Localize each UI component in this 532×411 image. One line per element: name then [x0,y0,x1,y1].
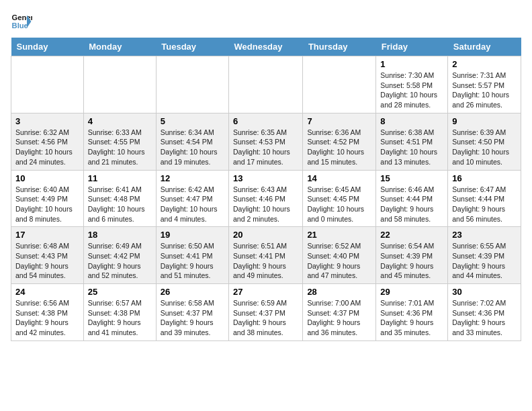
day-number: 26 [161,287,224,297]
day-number: 18 [88,230,152,240]
weekday-header-wednesday: Wednesday [229,38,303,56]
weekday-header-monday: Monday [83,38,156,56]
weekday-header-saturday: Saturday [448,38,521,56]
day-info: Sunrise: 6:52 AM Sunset: 4:40 PM Dayligh… [307,241,371,281]
day-number: 25 [88,287,152,297]
day-info: Sunrise: 6:49 AM Sunset: 4:42 PM Dayligh… [88,241,152,281]
day-info: Sunrise: 6:58 AM Sunset: 4:37 PM Dayligh… [161,298,224,338]
weekday-header-tuesday: Tuesday [156,38,228,56]
calendar-week-1: 1Sunrise: 7:30 AM Sunset: 5:58 PM Daylig… [11,56,521,113]
day-number: 24 [15,287,79,297]
calendar-cell: 16Sunrise: 6:47 AM Sunset: 4:44 PM Dayli… [448,170,521,227]
calendar-cell: 29Sunrise: 7:01 AM Sunset: 4:36 PM Dayli… [376,284,448,341]
day-number: 8 [380,116,443,126]
day-info: Sunrise: 6:48 AM Sunset: 4:43 PM Dayligh… [15,241,79,281]
day-number: 7 [307,116,371,126]
calendar-cell: 21Sunrise: 6:52 AM Sunset: 4:40 PM Dayli… [303,227,376,284]
day-number: 15 [380,173,443,183]
day-info: Sunrise: 6:50 AM Sunset: 4:41 PM Dayligh… [161,241,224,281]
page-header: General Blue [11,11,521,32]
day-info: Sunrise: 7:31 AM Sunset: 5:57 PM Dayligh… [452,71,517,110]
calendar-cell: 19Sunrise: 6:50 AM Sunset: 4:41 PM Dayli… [156,227,228,284]
day-number: 3 [15,116,79,126]
calendar-week-2: 3Sunrise: 6:32 AM Sunset: 4:56 PM Daylig… [11,113,521,170]
calendar-cell: 18Sunrise: 6:49 AM Sunset: 4:42 PM Dayli… [83,227,156,284]
day-info: Sunrise: 6:55 AM Sunset: 4:39 PM Dayligh… [452,241,517,281]
calendar-cell: 24Sunrise: 6:56 AM Sunset: 4:38 PM Dayli… [11,284,84,341]
calendar-cell: 13Sunrise: 6:43 AM Sunset: 4:46 PM Dayli… [229,170,303,227]
day-number: 14 [307,173,371,183]
calendar-cell: 14Sunrise: 6:45 AM Sunset: 4:45 PM Dayli… [303,170,376,227]
day-info: Sunrise: 6:56 AM Sunset: 4:38 PM Dayligh… [15,298,79,338]
svg-text:Blue: Blue [12,21,28,30]
calendar-week-3: 10Sunrise: 6:40 AM Sunset: 4:49 PM Dayli… [11,170,521,227]
calendar-cell [83,56,156,113]
calendar-cell: 12Sunrise: 6:42 AM Sunset: 4:47 PM Dayli… [156,170,228,227]
calendar-cell: 2Sunrise: 7:31 AM Sunset: 5:57 PM Daylig… [448,56,521,113]
calendar-cell: 30Sunrise: 7:02 AM Sunset: 4:36 PM Dayli… [448,284,521,341]
day-number: 1 [380,59,443,69]
day-number: 11 [88,173,152,183]
day-info: Sunrise: 6:36 AM Sunset: 4:52 PM Dayligh… [307,128,371,167]
day-info: Sunrise: 6:40 AM Sunset: 4:49 PM Dayligh… [15,185,79,224]
day-number: 22 [380,230,443,240]
day-info: Sunrise: 6:39 AM Sunset: 4:50 PM Dayligh… [452,128,517,167]
day-number: 9 [452,116,517,126]
calendar-cell: 10Sunrise: 6:40 AM Sunset: 4:49 PM Dayli… [11,170,84,227]
day-info: Sunrise: 6:33 AM Sunset: 4:55 PM Dayligh… [88,128,152,167]
day-info: Sunrise: 7:02 AM Sunset: 4:36 PM Dayligh… [452,298,517,338]
calendar-cell [229,56,303,113]
day-number: 17 [15,230,79,240]
day-number: 28 [307,287,371,297]
day-number: 27 [233,287,298,297]
day-number: 6 [233,116,298,126]
calendar-cell: 23Sunrise: 6:55 AM Sunset: 4:39 PM Dayli… [448,227,521,284]
day-info: Sunrise: 6:43 AM Sunset: 4:46 PM Dayligh… [233,185,298,224]
weekday-header-sunday: Sunday [11,38,84,56]
calendar-cell: 17Sunrise: 6:48 AM Sunset: 4:43 PM Dayli… [11,227,84,284]
day-number: 23 [452,230,517,240]
day-info: Sunrise: 6:47 AM Sunset: 4:44 PM Dayligh… [452,185,517,224]
day-number: 21 [307,230,371,240]
day-number: 20 [233,230,298,240]
calendar-cell: 5Sunrise: 6:34 AM Sunset: 4:54 PM Daylig… [156,113,228,170]
calendar-cell: 28Sunrise: 7:00 AM Sunset: 4:37 PM Dayli… [303,284,376,341]
calendar-week-4: 17Sunrise: 6:48 AM Sunset: 4:43 PM Dayli… [11,227,521,284]
calendar-cell: 1Sunrise: 7:30 AM Sunset: 5:58 PM Daylig… [376,56,448,113]
calendar-cell: 27Sunrise: 6:59 AM Sunset: 4:37 PM Dayli… [229,284,303,341]
day-number: 13 [233,173,298,183]
day-info: Sunrise: 6:59 AM Sunset: 4:37 PM Dayligh… [233,298,298,338]
calendar-cell [303,56,376,113]
calendar-cell [156,56,228,113]
calendar-cell: 20Sunrise: 6:51 AM Sunset: 4:41 PM Dayli… [229,227,303,284]
day-info: Sunrise: 6:34 AM Sunset: 4:54 PM Dayligh… [161,128,224,167]
calendar-cell: 4Sunrise: 6:33 AM Sunset: 4:55 PM Daylig… [83,113,156,170]
weekday-header-row: SundayMondayTuesdayWednesdayThursdayFrid… [11,38,521,56]
day-info: Sunrise: 6:46 AM Sunset: 4:44 PM Dayligh… [380,185,443,224]
day-number: 16 [452,173,517,183]
day-info: Sunrise: 7:30 AM Sunset: 5:58 PM Dayligh… [380,71,443,110]
logo: General Blue [11,11,32,32]
day-number: 5 [161,116,224,126]
day-number: 29 [380,287,443,297]
day-info: Sunrise: 6:42 AM Sunset: 4:47 PM Dayligh… [161,185,224,224]
calendar-cell [11,56,84,113]
day-info: Sunrise: 6:57 AM Sunset: 4:38 PM Dayligh… [88,298,152,338]
logo-icon: General Blue [11,11,32,32]
day-info: Sunrise: 7:00 AM Sunset: 4:37 PM Dayligh… [307,298,371,338]
calendar-table: SundayMondayTuesdayWednesdayThursdayFrid… [11,38,521,341]
day-info: Sunrise: 6:45 AM Sunset: 4:45 PM Dayligh… [307,185,371,224]
weekday-header-thursday: Thursday [303,38,376,56]
calendar-cell: 7Sunrise: 6:36 AM Sunset: 4:52 PM Daylig… [303,113,376,170]
calendar-cell: 8Sunrise: 6:38 AM Sunset: 4:51 PM Daylig… [376,113,448,170]
calendar-cell: 22Sunrise: 6:54 AM Sunset: 4:39 PM Dayli… [376,227,448,284]
day-number: 4 [88,116,152,126]
day-number: 10 [15,173,79,183]
day-number: 12 [161,173,224,183]
calendar-week-5: 24Sunrise: 6:56 AM Sunset: 4:38 PM Dayli… [11,284,521,341]
day-info: Sunrise: 6:35 AM Sunset: 4:53 PM Dayligh… [233,128,298,167]
calendar-cell: 3Sunrise: 6:32 AM Sunset: 4:56 PM Daylig… [11,113,84,170]
weekday-header-friday: Friday [376,38,448,56]
calendar-cell: 15Sunrise: 6:46 AM Sunset: 4:44 PM Dayli… [376,170,448,227]
day-number: 30 [452,287,517,297]
